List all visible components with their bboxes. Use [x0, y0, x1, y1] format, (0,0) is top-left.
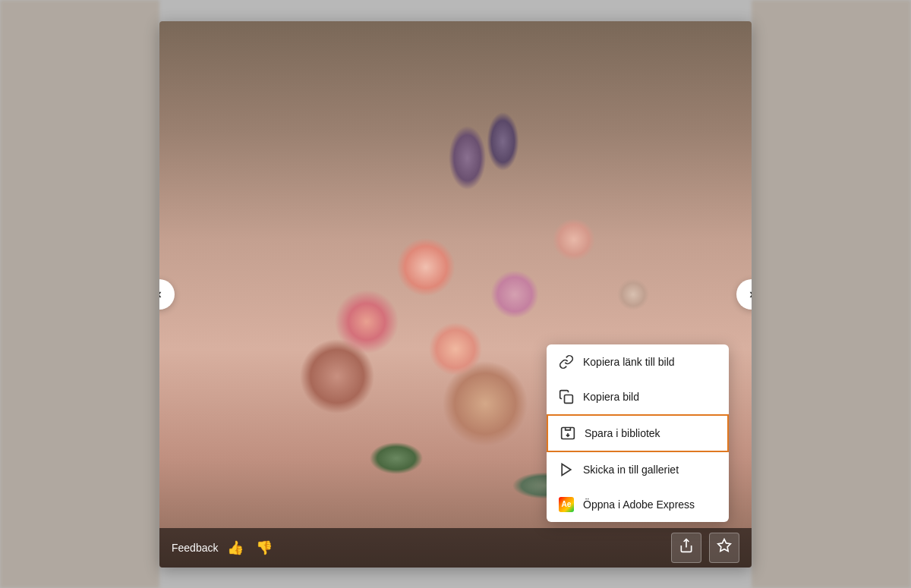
action-buttons — [671, 533, 739, 563]
svg-rect-0 — [565, 395, 573, 403]
adobe-express-icon: Ae — [559, 497, 574, 512]
thumbdown-icon: 👎 — [256, 539, 273, 556]
thumbdown-button[interactable]: 👎 — [253, 536, 276, 559]
thumbup-button[interactable]: 👍 — [224, 536, 247, 559]
menu-label-submit-gallery: Skicka in till galleriet — [583, 464, 679, 476]
svg-marker-2 — [562, 464, 571, 475]
copy-icon — [559, 389, 574, 404]
menu-item-copy-link[interactable]: Kopiera länk till bild — [547, 344, 729, 379]
menu-item-copy-image[interactable]: Kopiera bild — [547, 379, 729, 414]
star-icon — [717, 538, 732, 557]
menu-item-open-adobe[interactable]: Ae Öppna i Adobe Express — [547, 487, 729, 522]
menu-item-save-library[interactable]: Spara i bibliotek — [547, 414, 729, 452]
link-icon — [559, 354, 574, 369]
share-icon — [679, 538, 694, 557]
thumbup-icon: 👍 — [227, 539, 244, 556]
menu-item-submit-gallery[interactable]: Skicka in till galleriet — [547, 452, 729, 487]
feedback-label: Feedback — [172, 542, 218, 554]
side-panel-right — [752, 0, 911, 588]
context-menu: Kopiera länk till bild Kopiera bild — [547, 344, 729, 522]
svg-marker-4 — [718, 539, 731, 552]
viewer-container: ‹ › Kopiera länk till bild — [0, 0, 911, 588]
image-wrapper: ‹ › Kopiera länk till bild — [159, 21, 752, 568]
menu-label-save-library: Spara i bibliotek — [585, 427, 660, 439]
menu-label-open-adobe: Öppna i Adobe Express — [583, 498, 695, 511]
next-icon: › — [749, 286, 752, 302]
menu-label-copy-image: Kopiera bild — [583, 391, 639, 403]
star-button[interactable] — [709, 533, 739, 563]
save-icon — [560, 426, 575, 441]
prev-icon: ‹ — [159, 286, 162, 302]
menu-label-copy-link: Kopiera länk till bild — [583, 356, 675, 368]
feedback-area: Feedback 👍 👎 — [172, 536, 276, 559]
side-panel-left — [0, 0, 159, 588]
gallery-icon — [559, 462, 574, 477]
share-button[interactable] — [671, 533, 701, 563]
bottom-bar: Feedback 👍 👎 — [159, 528, 752, 568]
